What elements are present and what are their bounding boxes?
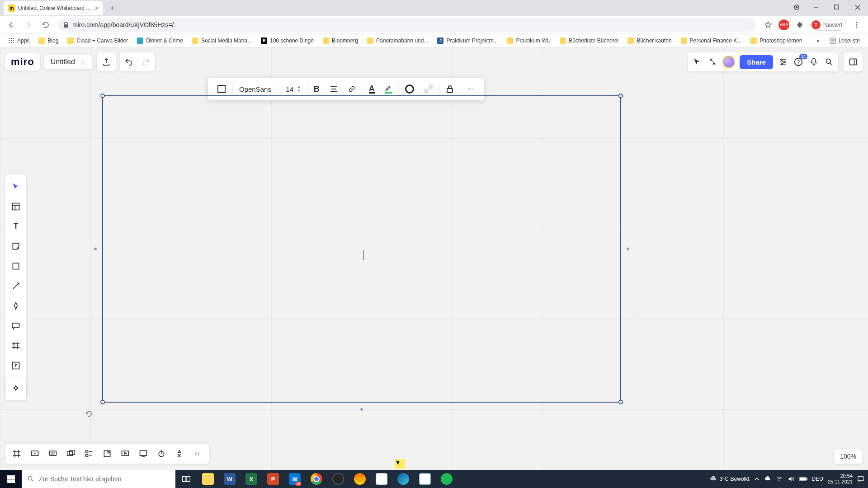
bookmark-star-icon[interactable]: [761, 18, 775, 32]
help-icon[interactable]: ? 14: [793, 56, 804, 67]
new-tab-button[interactable]: +: [106, 2, 118, 14]
app-icon-2[interactable]: [371, 470, 392, 488]
reading-list-button[interactable]: Leseliste: [826, 36, 863, 46]
maximize-button[interactable]: [826, 0, 847, 14]
close-window-button[interactable]: [847, 0, 868, 14]
bookmark-item[interactable]: Bücherliste Bücherei: [556, 36, 622, 46]
app-icon-1[interactable]: [349, 470, 371, 488]
pen-tool[interactable]: [7, 297, 24, 314]
chrome-icon[interactable]: [306, 470, 327, 488]
miro-canvas[interactable]: miro Untitled ☆: [0, 48, 868, 470]
reload-button[interactable]: [39, 18, 52, 32]
ai-tool[interactable]: [7, 380, 24, 398]
onedrive-icon[interactable]: [764, 475, 771, 483]
profile-chip[interactable]: T Pausiert: [810, 19, 846, 31]
side-panel-button[interactable]: [844, 52, 863, 71]
bookmark-item[interactable]: Panoramabahn und...: [363, 36, 432, 46]
resize-handle-br[interactable]: [618, 400, 623, 404]
language-indicator[interactable]: DEU: [812, 476, 823, 482]
browser-tab[interactable]: m Untitled, Online Whiteboard for ×: [4, 1, 103, 15]
weather-widget[interactable]: 3°C Bewölkt: [709, 475, 749, 483]
connection-point-right[interactable]: [627, 248, 629, 250]
screen-share-button[interactable]: [136, 446, 151, 461]
back-button[interactable]: [5, 18, 18, 32]
edge-icon[interactable]: [392, 470, 414, 488]
taskbar-search[interactable]: Zur Suche Text hier eingeben: [22, 470, 175, 488]
select-tool[interactable]: [7, 178, 24, 195]
battery-icon[interactable]: [799, 476, 807, 482]
settings-icon[interactable]: [778, 56, 788, 67]
sticky-tool[interactable]: [7, 238, 24, 255]
star-icon[interactable]: ☆: [80, 58, 86, 66]
undo-button[interactable]: [120, 52, 137, 71]
start-button[interactable]: [0, 470, 22, 488]
export-button[interactable]: [97, 52, 116, 71]
collapse-button[interactable]: [190, 446, 205, 461]
upload-tool[interactable]: [7, 357, 24, 374]
selected-shape[interactable]: [102, 95, 621, 403]
comment-tool[interactable]: [7, 317, 24, 334]
spotify-icon[interactable]: [436, 470, 458, 488]
cursor-icon[interactable]: [692, 56, 703, 67]
timer-button[interactable]: [154, 446, 169, 461]
frame-tool[interactable]: [7, 337, 24, 354]
miro-logo[interactable]: miro: [5, 53, 40, 70]
bell-icon[interactable]: [808, 56, 819, 67]
menu-icon[interactable]: [850, 18, 863, 32]
voting-button[interactable]: [172, 446, 187, 461]
file-explorer-icon[interactable]: [197, 470, 219, 488]
action-center-icon[interactable]: [857, 475, 864, 483]
bookmark-item[interactable]: Personal Finance K...: [677, 36, 745, 46]
obs-icon[interactable]: [327, 470, 349, 488]
wifi-icon[interactable]: [776, 475, 783, 483]
minimize-button[interactable]: [806, 0, 826, 14]
redo-button[interactable]: [137, 52, 155, 71]
url-field[interactable]: miro.com/app/board/uXjVOf85Hzs=/: [58, 18, 756, 32]
activity-button[interactable]: [81, 446, 97, 461]
mail-icon[interactable]: ✉73: [284, 470, 306, 488]
font-size-stepper[interactable]: ▲▼: [297, 85, 301, 93]
board-title-box[interactable]: Untitled ☆: [44, 55, 92, 69]
card-button[interactable]: [63, 446, 79, 461]
bookmark-item[interactable]: Photoshop lernen: [747, 36, 806, 46]
templates-tool[interactable]: [7, 198, 24, 215]
extensions-icon[interactable]: [793, 18, 807, 32]
tab-search-icon[interactable]: [788, 0, 806, 14]
reactions-icon[interactable]: [707, 56, 718, 67]
clock[interactable]: 20:54 25.11.2021: [828, 473, 853, 485]
bookmarks-overflow[interactable]: »: [813, 36, 823, 46]
apps-button[interactable]: Apps: [5, 36, 33, 46]
bookmark-item[interactable]: Bloomberg: [319, 36, 362, 46]
bookmark-item[interactable]: JPraktikum Projektm...: [434, 36, 501, 46]
volume-icon[interactable]: [788, 475, 795, 483]
zoom-indicator[interactable]: 100%: [834, 449, 863, 464]
bookmark-item[interactable]: Praktikum WU: [503, 36, 554, 46]
notepad-icon[interactable]: [414, 470, 436, 488]
connection-point-left[interactable]: [94, 248, 97, 250]
task-view-button[interactable]: [175, 470, 197, 488]
bookmark-item[interactable]: Blog: [35, 36, 62, 46]
frames-panel-button[interactable]: [9, 446, 24, 461]
resize-handle-bl[interactable]: [100, 400, 105, 404]
bookmark-item[interactable]: Dinner & Crime: [133, 36, 187, 46]
word-icon[interactable]: W: [219, 470, 241, 488]
excel-icon[interactable]: X: [241, 470, 262, 488]
connection-point-bottom[interactable]: [360, 408, 363, 411]
text-tool[interactable]: T: [7, 218, 24, 235]
present-button[interactable]: [27, 446, 42, 461]
tray-chevron-icon[interactable]: [754, 476, 760, 482]
bookmark-item[interactable]: Bücher kaufen: [624, 36, 675, 46]
bookmark-item[interactable]: B100 schöne Dinge: [257, 36, 317, 46]
rotate-handle[interactable]: [85, 410, 93, 418]
resize-handle-tr[interactable]: [618, 94, 623, 98]
chat-button[interactable]: [118, 446, 133, 461]
line-tool[interactable]: [7, 277, 24, 295]
abp-extension-icon[interactable]: ABP: [778, 19, 789, 30]
share-button[interactable]: Share: [740, 55, 773, 69]
comments-button[interactable]: [45, 446, 61, 461]
close-tab-icon[interactable]: ×: [95, 5, 99, 12]
user-avatar[interactable]: [722, 56, 735, 68]
search-icon[interactable]: [824, 56, 835, 67]
resize-handle-tl[interactable]: [100, 94, 105, 98]
forward-button[interactable]: [22, 18, 35, 32]
